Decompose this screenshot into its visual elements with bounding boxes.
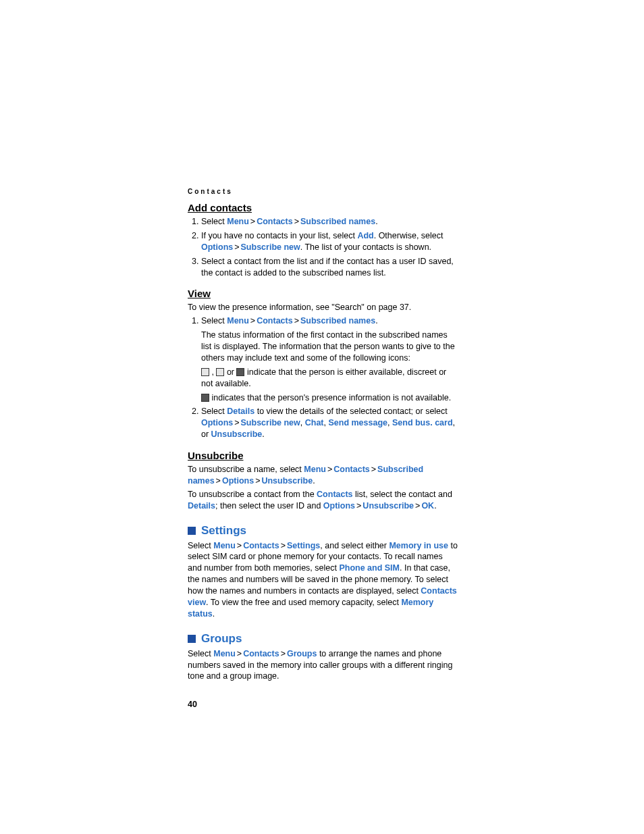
body-text: ,	[209, 367, 216, 377]
add-contacts-steps: Select Menu>Contacts>Subscribed names. I…	[188, 216, 458, 278]
presence-unknown-icon	[201, 394, 209, 402]
link-settings[interactable]: Settings	[287, 541, 320, 550]
body-text: .	[313, 476, 315, 486]
body-text: . The list of your contacts is shown.	[300, 242, 431, 252]
body-text: The status information of the first cont…	[201, 330, 458, 364]
heading-settings: Settings	[188, 524, 458, 538]
link-groups[interactable]: Groups	[287, 649, 317, 658]
section-bullet-icon	[188, 527, 196, 535]
section-bullet-icon	[188, 635, 196, 643]
body-text: .	[375, 217, 377, 226]
separator: >	[237, 541, 242, 550]
link-contacts[interactable]: Contacts	[243, 541, 279, 550]
link-phone-and-sim[interactable]: Phone and SIM	[339, 563, 400, 573]
body-text: indicates that the person's presence inf…	[209, 393, 451, 402]
link-subscribe-new[interactable]: Subscribe new	[241, 418, 300, 427]
separator: >	[294, 316, 299, 325]
body-text: If you have no contacts in your list, se…	[201, 231, 357, 240]
heading-unsubscribe: Unsubcribe	[188, 450, 458, 461]
separator: >	[255, 476, 260, 486]
link-menu[interactable]: Menu	[213, 541, 236, 550]
link-options[interactable]: Options	[201, 418, 233, 427]
body-text: Select	[188, 649, 213, 658]
link-chat[interactable]: Chat	[305, 418, 324, 427]
link-contacts[interactable]: Contacts	[243, 649, 279, 658]
link-unsubscribe[interactable]: Unsubscribe	[261, 476, 313, 486]
body-text: .	[434, 501, 436, 511]
separator: >	[216, 476, 221, 486]
body-text: . To view the free and used memory capac…	[206, 598, 401, 607]
separator: >	[294, 217, 299, 226]
link-send-bus-card[interactable]: Send bus. card	[392, 418, 453, 427]
body-text: Select Menu>Contacts>Groups to arrange t…	[188, 648, 458, 683]
heading-groups: Groups	[188, 632, 458, 646]
list-item: Select Details to view the details of th…	[201, 406, 458, 440]
link-ok[interactable]: OK	[421, 501, 434, 511]
link-unsubscribe[interactable]: Unsubscribe	[363, 501, 414, 511]
link-options[interactable]: Options	[201, 242, 233, 252]
icon-line: , or indicate that the person is either …	[201, 367, 458, 390]
link-subscribed-names[interactable]: Subscribed names	[300, 217, 375, 226]
presence-unavailable-icon	[236, 368, 244, 376]
body-text: Select	[201, 407, 227, 416]
body-text: .	[262, 429, 264, 439]
heading-add-contacts: Add contacts	[188, 202, 458, 213]
presence-discreet-icon	[216, 368, 224, 376]
list-item: Select Menu>Contacts>Subscribed names.	[201, 216, 458, 228]
link-subscribe-new[interactable]: Subscribe new	[241, 242, 300, 252]
list-item: If you have no contacts in your list, se…	[201, 230, 458, 253]
list-item: Select Menu>Contacts>Subscribed names. T…	[201, 315, 458, 403]
link-menu[interactable]: Menu	[227, 316, 249, 325]
separator: >	[356, 501, 361, 511]
separator: >	[327, 465, 332, 474]
body-text: . Otherwise, select	[374, 231, 444, 240]
link-options[interactable]: Options	[222, 476, 254, 486]
page-content: Contacts Add contacts Select Menu>Contac…	[188, 188, 458, 684]
body-text: To view the presence information, see "S…	[188, 302, 458, 313]
link-menu[interactable]: Menu	[213, 649, 236, 658]
body-text: .	[213, 609, 215, 619]
heading-text: Groups	[201, 632, 242, 646]
body-text: Select	[188, 541, 213, 550]
link-contacts[interactable]: Contacts	[257, 316, 292, 325]
link-contacts[interactable]: Contacts	[257, 217, 292, 226]
body-text: Select Menu>Contacts>Settings, and selec…	[188, 540, 458, 620]
list-item: Select a contact from the list and if th…	[201, 256, 458, 279]
page-number: 40	[188, 700, 197, 709]
link-unsubscribe[interactable]: Unsubscribe	[211, 429, 263, 439]
link-subscribed-names[interactable]: Subscribed names	[300, 316, 375, 325]
heading-text: Settings	[201, 524, 246, 538]
link-details[interactable]: Details	[188, 501, 215, 511]
separator: >	[371, 465, 376, 474]
body-text: To unsubscribe a name, select Menu>Conta…	[188, 464, 458, 487]
link-menu[interactable]: Menu	[227, 217, 249, 226]
separator: >	[237, 649, 242, 658]
body-text: ,	[300, 418, 305, 427]
separator: >	[281, 541, 286, 550]
heading-view: View	[188, 288, 458, 299]
link-add[interactable]: Add	[357, 231, 373, 240]
link-contacts[interactable]: Contacts	[317, 490, 352, 499]
link-memory-in-use[interactable]: Memory in use	[389, 541, 448, 550]
view-steps: Select Menu>Contacts>Subscribed names. T…	[188, 315, 458, 440]
link-menu[interactable]: Menu	[304, 465, 326, 474]
breadcrumb: Contacts	[188, 188, 458, 195]
link-options[interactable]: Options	[323, 501, 355, 511]
body-text: or	[224, 367, 236, 377]
body-text: .	[375, 316, 377, 325]
icon-line: indicates that the person's presence inf…	[201, 392, 458, 404]
separator: >	[234, 242, 239, 252]
separator: >	[250, 217, 255, 226]
body-text: ; then select the user ID and	[215, 501, 323, 511]
link-contacts[interactable]: Contacts	[333, 465, 369, 474]
link-details[interactable]: Details	[227, 407, 254, 416]
body-text: list, select the contact and	[353, 490, 452, 499]
body-text: To unsubscribe a contact from the Contac…	[188, 489, 458, 512]
body-text: ,	[387, 418, 392, 427]
body-text: Select	[201, 316, 227, 325]
link-send-message[interactable]: Send message	[328, 418, 387, 427]
body-text: , and select either	[320, 541, 389, 550]
separator: >	[234, 418, 239, 427]
body-text: To unsubscribe a name, select	[188, 465, 304, 474]
separator: >	[281, 649, 286, 658]
